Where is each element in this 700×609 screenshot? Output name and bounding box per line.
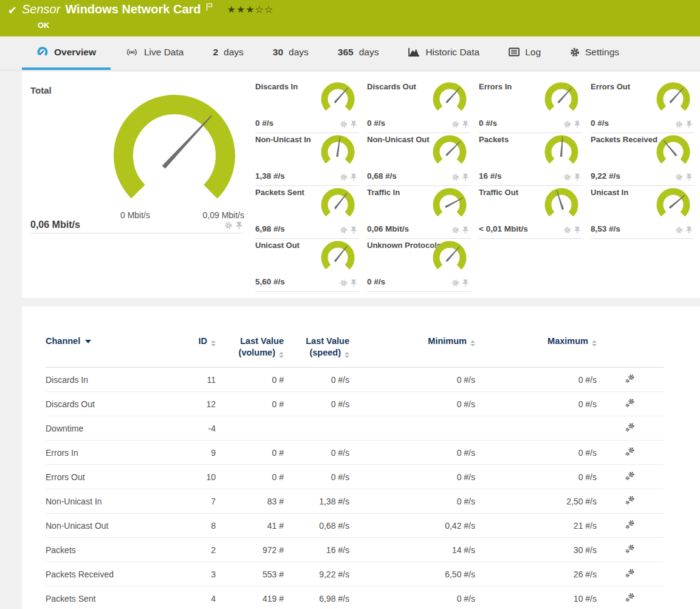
tab-settings[interactable]: Settings xyxy=(555,36,634,70)
cell-maximum: 0 #/s xyxy=(475,368,597,392)
tab-log[interactable]: Log xyxy=(494,36,555,70)
column-header-minimum[interactable]: Minimum xyxy=(349,325,475,368)
table-row[interactable]: Discards Out 12 0 # 0 #/s 0 #/s 0 #/s xyxy=(46,392,664,416)
channel-settings-gear-icon[interactable] xyxy=(675,226,683,234)
channel-gauge-cell: Discards In 0 #/s xyxy=(255,80,359,133)
pin-icon[interactable] xyxy=(350,226,357,234)
priority-stars[interactable]: ★★★☆☆ xyxy=(227,2,274,18)
channel-edit-gears-icon[interactable] xyxy=(625,544,636,554)
tab-30-days[interactable]: 30 days xyxy=(258,36,323,70)
pin-icon[interactable] xyxy=(462,120,469,128)
pin-icon[interactable] xyxy=(350,120,357,128)
channel-gauge xyxy=(656,135,690,169)
table-row[interactable]: Packets Received 3 553 # 9,22 #/s 6,50 #… xyxy=(46,562,664,587)
channel-gauge xyxy=(321,188,355,222)
broadcast-icon xyxy=(125,47,139,57)
cell-last-value-speed: 0 #/s xyxy=(284,465,349,489)
channel-settings-gear-icon[interactable] xyxy=(675,173,683,181)
tab-historic-data-label: Historic Data xyxy=(425,47,479,58)
cell-id: 9 xyxy=(187,441,216,465)
pin-icon[interactable] xyxy=(685,173,693,181)
channel-edit-gears-icon[interactable] xyxy=(625,398,636,408)
channel-edit-gears-icon[interactable] xyxy=(625,422,636,433)
column-header-id[interactable]: ID xyxy=(187,325,216,368)
column-header-channel[interactable]: Channel xyxy=(46,325,187,368)
channel-settings-gear-icon[interactable] xyxy=(563,173,571,181)
cell-id: 3 xyxy=(187,562,216,587)
flag-icon[interactable] xyxy=(206,3,213,11)
table-row[interactable]: Downtime -4 xyxy=(46,416,664,441)
channel-edit-gears-icon[interactable] xyxy=(625,593,636,603)
channel-settings-gear-icon[interactable] xyxy=(224,221,233,230)
total-gauge xyxy=(114,95,235,216)
cell-channel: Non-Unicast Out xyxy=(46,514,187,538)
channel-settings-gear-icon[interactable] xyxy=(451,279,459,287)
channel-gauge-cell: Errors In 0 #/s xyxy=(479,80,582,133)
pin-icon[interactable] xyxy=(574,173,581,181)
table-row[interactable]: Non-Unicast Out 8 41 # 0,68 #/s 0,42 #/s… xyxy=(46,514,664,538)
channel-settings-gear-icon[interactable] xyxy=(340,226,348,234)
pin-icon[interactable] xyxy=(685,226,693,234)
cell-minimum xyxy=(349,416,475,441)
pin-icon[interactable] xyxy=(350,279,357,287)
gauge-icon xyxy=(36,46,49,58)
pin-icon[interactable] xyxy=(574,120,581,128)
channel-gauge xyxy=(544,135,578,169)
column-header-last-value-volume[interactable]: Last Value(volume) xyxy=(216,325,284,368)
table-row[interactable]: Non-Unicast In 7 83 # 1,38 #/s 0 #/s 2,5… xyxy=(46,489,664,514)
table-row[interactable]: Errors Out 10 0 # 0 #/s 0 #/s 0 #/s xyxy=(46,465,664,489)
channel-gauge-cell: Unknown Protocols In 0 #/s xyxy=(367,239,470,292)
channel-gauge-value: 0 #/s xyxy=(255,119,273,128)
cell-last-value-volume: 41 # xyxy=(216,514,284,538)
channel-gauge-value: 0 #/s xyxy=(591,119,609,128)
channel-gauge-value: 0 #/s xyxy=(367,277,385,286)
pin-icon[interactable] xyxy=(685,120,693,128)
channel-edit-gears-icon[interactable] xyxy=(625,447,636,457)
table-row[interactable]: Packets 2 972 # 16 #/s 14 #/s 30 #/s xyxy=(46,538,664,562)
tab-2-days[interactable]: 2 days xyxy=(198,36,258,70)
stars-empty: ☆☆ xyxy=(255,4,274,15)
tab-365-days[interactable]: 365 days xyxy=(323,36,394,70)
cell-last-value-volume: 83 # xyxy=(216,489,284,514)
channel-settings-gear-icon[interactable] xyxy=(563,120,571,128)
table-row[interactable]: Errors In 9 0 # 0 #/s 0 #/s 0 #/s xyxy=(46,441,664,465)
channel-settings-gear-icon[interactable] xyxy=(451,120,459,128)
channel-settings-gear-icon[interactable] xyxy=(451,226,459,234)
channel-settings-gear-icon[interactable] xyxy=(340,279,348,287)
channel-edit-gears-icon[interactable] xyxy=(625,568,636,579)
cell-channel: Errors Out xyxy=(46,465,187,489)
channel-settings-gear-icon[interactable] xyxy=(451,173,459,181)
column-header-last-value-speed[interactable]: Last Value(speed) xyxy=(284,325,349,368)
channel-settings-gear-icon[interactable] xyxy=(340,120,348,128)
cell-maximum: 21 #/s xyxy=(475,514,597,538)
pin-icon[interactable] xyxy=(235,221,243,230)
tab-historic-data[interactable]: Historic Data xyxy=(393,36,494,70)
channel-settings-gear-icon[interactable] xyxy=(563,226,571,234)
channels-table-panel: Channel ID Last Value(volume) Last Value… xyxy=(22,306,700,609)
channel-edit-gears-icon[interactable] xyxy=(625,374,636,384)
channel-edit-gears-icon[interactable] xyxy=(625,495,636,506)
table-row[interactable]: Packets Sent 4 419 # 6,98 #/s 0 #/s 10 #… xyxy=(46,587,664,609)
channel-settings-gear-icon[interactable] xyxy=(675,120,683,128)
channel-gauge-value: 0 #/s xyxy=(367,119,385,128)
total-gauge-cell: Total 0 Mbit/s 0,09 Mbit/s 0,06 Mbit/s xyxy=(30,85,244,233)
channel-gauge-cell: Non-Unicast Out 0,68 #/s xyxy=(367,133,470,186)
table-row[interactable]: Discards In 11 0 # 0 #/s 0 #/s 0 #/s xyxy=(46,368,664,392)
pin-icon[interactable] xyxy=(462,226,469,234)
pin-icon[interactable] xyxy=(462,173,469,181)
channel-gauge xyxy=(321,135,355,169)
tab-live-data[interactable]: Live Data xyxy=(111,36,198,70)
column-header-maximum[interactable]: Maximum xyxy=(475,325,597,368)
pin-icon[interactable] xyxy=(574,226,581,234)
channel-edit-gears-icon[interactable] xyxy=(625,520,636,530)
pin-icon[interactable] xyxy=(462,279,469,287)
tab-30-days-label: days xyxy=(289,47,309,58)
channel-gauge-value: 9,22 #/s xyxy=(591,171,620,181)
tab-overview[interactable]: Overview xyxy=(22,36,111,70)
channel-settings-gear-icon[interactable] xyxy=(340,173,348,181)
cell-last-value-speed: 1,38 #/s xyxy=(284,489,349,514)
pin-icon[interactable] xyxy=(350,173,357,181)
area-chart-icon xyxy=(408,47,420,57)
channel-gauge-cell: Traffic Out < 0,01 Mbit/s xyxy=(479,186,582,239)
channel-edit-gears-icon[interactable] xyxy=(625,471,636,481)
